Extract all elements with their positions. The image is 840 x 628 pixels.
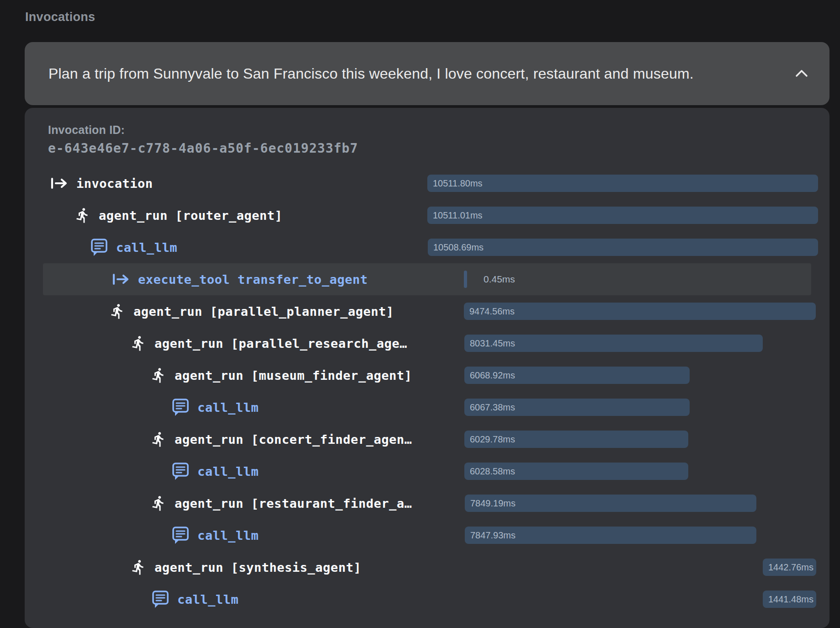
- span-name: call_llm: [197, 528, 259, 543]
- span-label-group: call_llm: [171, 519, 259, 551]
- trace-row[interactable]: agent_run [parallel_planner_agent]9474.5…: [25, 295, 829, 327]
- duration-bar: 10511.80ms: [427, 175, 818, 192]
- span-label-group: invocation: [49, 167, 153, 199]
- duration-bar: 10508.69ms: [428, 239, 818, 256]
- trace-row[interactable]: call_llm6028.58ms: [25, 455, 829, 487]
- span-name: call_llm: [177, 592, 239, 607]
- duration-label: 1442.76ms: [763, 562, 816, 573]
- span-name: call_llm: [197, 400, 259, 415]
- span-name: invocation: [76, 176, 153, 191]
- invocation-id-label: Invocation ID:: [48, 123, 829, 137]
- duration-bar: 1441.48ms: [763, 591, 816, 608]
- span-name: agent_run [router_agent]: [99, 208, 282, 223]
- trace-row[interactable]: agent_run [router_agent]10511.01ms: [25, 199, 829, 231]
- agent-run-icon: [74, 206, 91, 224]
- trace-row[interactable]: agent_run [synthesis_agent]1442.76ms: [25, 551, 829, 583]
- invocations-screen: Invocations Plan a trip from Sunnyvale t…: [0, 0, 840, 628]
- duration-bar: 6028.58ms: [464, 463, 688, 480]
- span-label-group: call_llm: [171, 455, 259, 487]
- duration-bar: 1442.76ms: [763, 559, 816, 576]
- span-label-group: agent_run [router_agent]: [74, 199, 282, 231]
- agent-run-icon: [109, 302, 126, 320]
- duration-label: 6028.58ms: [464, 466, 520, 477]
- duration-bar: 6067.38ms: [464, 399, 690, 416]
- invocation-id-value: e-643e46e7-c778-4a06-a50f-6ec019233fb7: [48, 141, 829, 156]
- span-name: agent_run [parallel_research_age…: [154, 336, 407, 351]
- duration-bar: [464, 271, 467, 288]
- prompt-card-header[interactable]: Plan a trip from Sunnyvale to San Franci…: [25, 42, 829, 105]
- duration-label: 0.45ms: [484, 263, 515, 295]
- agent-run-icon: [150, 494, 167, 512]
- duration-label: 6029.78ms: [464, 434, 520, 445]
- chevron-up-icon[interactable]: [794, 68, 809, 79]
- span-label-group: call_llm: [171, 391, 259, 423]
- agent-run-icon: [150, 366, 167, 384]
- trace-row[interactable]: call_llm1441.48ms: [25, 583, 829, 615]
- span-label-group: agent_run [parallel_planner_agent]: [109, 295, 394, 327]
- duration-bar: 7849.19ms: [465, 495, 756, 512]
- agent-run-icon: [150, 430, 167, 448]
- prompt-text: Plan a trip from Sunnyvale to San Franci…: [48, 65, 785, 82]
- chat-icon: [90, 238, 108, 257]
- span-label-group: call_llm: [90, 231, 177, 263]
- span-name: agent_run [restaurant_finder_a…: [175, 496, 412, 511]
- duration-label: 7847.93ms: [465, 530, 520, 541]
- duration-bar: 6068.92ms: [464, 367, 690, 384]
- trace-row[interactable]: call_llm6067.38ms: [25, 391, 829, 423]
- span-name: call_llm: [197, 464, 259, 479]
- trace-row[interactable]: agent_run [restaurant_finder_a…7849.19ms: [25, 487, 829, 519]
- chat-icon: [171, 526, 190, 545]
- span-label-group: agent_run [parallel_research_age…: [130, 327, 407, 359]
- duration-label: 7849.19ms: [465, 498, 520, 509]
- span-name: agent_run [parallel_planner_agent]: [133, 304, 394, 319]
- span-label-group: execute_tool transfer_to_agent: [111, 263, 368, 295]
- trace-row[interactable]: call_llm7847.93ms: [25, 519, 829, 551]
- duration-label: 8031.45ms: [464, 338, 520, 349]
- duration-label: 9474.56ms: [464, 306, 519, 317]
- invocation-id-block: Invocation ID: e-643e46e7-c778-4a06-a50f…: [25, 108, 829, 156]
- duration-label: 6067.38ms: [464, 402, 520, 413]
- span-name: execute_tool transfer_to_agent: [138, 272, 368, 287]
- trace-row[interactable]: agent_run [parallel_research_age…8031.45…: [25, 327, 829, 359]
- duration-bar: 6029.78ms: [464, 431, 688, 448]
- trace-row[interactable]: agent_run [museum_finder_agent]6068.92ms: [25, 359, 829, 391]
- span-label-group: agent_run [synthesis_agent]: [130, 551, 361, 583]
- span-name: call_llm: [116, 240, 177, 255]
- trace-tree: invocation10511.80msagent_run [router_ag…: [25, 167, 829, 615]
- duration-label: 10508.69ms: [428, 242, 488, 253]
- span-label-group: agent_run [museum_finder_agent]: [150, 359, 412, 391]
- start-arrow-icon: [111, 271, 130, 287]
- trace-panel: Invocation ID: e-643e46e7-c778-4a06-a50f…: [25, 108, 829, 628]
- agent-run-icon: [130, 558, 147, 576]
- duration-label: 1441.48ms: [763, 594, 816, 605]
- span-label-group: agent_run [restaurant_finder_a…: [150, 487, 412, 519]
- chat-icon: [151, 590, 170, 609]
- span-label-group: agent_run [concert_finder_agen…: [150, 423, 412, 455]
- trace-row[interactable]: execute_tool transfer_to_agent0.45ms: [25, 263, 829, 295]
- chat-icon: [171, 462, 190, 481]
- duration-label: 10511.80ms: [427, 178, 487, 189]
- agent-run-icon: [130, 334, 147, 352]
- duration-label: 10511.01ms: [427, 210, 487, 221]
- trace-row[interactable]: call_llm10508.69ms: [25, 231, 829, 263]
- page-title: Invocations: [25, 10, 95, 24]
- duration-bar: 7847.93ms: [465, 527, 756, 544]
- duration-bar: 9474.56ms: [464, 303, 816, 320]
- duration-bar: 8031.45ms: [464, 335, 763, 352]
- span-label-group: call_llm: [151, 583, 239, 615]
- span-name: agent_run [concert_finder_agen…: [175, 432, 412, 447]
- duration-bar: 10511.01ms: [427, 207, 818, 224]
- trace-row[interactable]: invocation10511.80ms: [25, 167, 829, 199]
- chat-icon: [171, 398, 190, 417]
- start-arrow-icon: [49, 175, 69, 192]
- trace-row[interactable]: agent_run [concert_finder_agen…6029.78ms: [25, 423, 829, 455]
- duration-label: 6068.92ms: [464, 370, 520, 381]
- span-name: agent_run [synthesis_agent]: [154, 560, 361, 575]
- invocation-accordion: Plan a trip from Sunnyvale to San Franci…: [25, 42, 829, 628]
- span-name: agent_run [museum_finder_agent]: [175, 368, 412, 383]
